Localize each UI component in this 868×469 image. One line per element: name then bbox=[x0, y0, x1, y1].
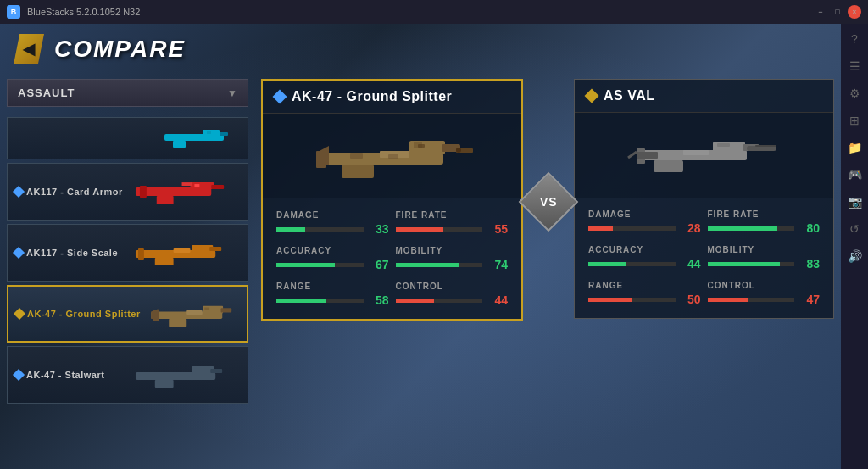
back-button[interactable]: ◀ bbox=[14, 34, 44, 64]
window-controls[interactable]: − □ × bbox=[814, 5, 861, 19]
svg-marker-37 bbox=[316, 146, 329, 165]
stat-value: 47 bbox=[799, 293, 820, 306]
stat-value: 44 bbox=[487, 293, 508, 307]
stat-bar-fill bbox=[396, 263, 460, 267]
list-item-selected[interactable]: AK-47 - Ground Splitter bbox=[7, 285, 248, 343]
vs-container: VS bbox=[523, 181, 574, 223]
stat-bar-bg bbox=[708, 226, 795, 231]
left-card-image bbox=[263, 114, 521, 198]
stat-label: RANGE bbox=[588, 281, 701, 290]
camera-icon[interactable]: 📷 bbox=[846, 193, 863, 210]
stat-bar-fill bbox=[396, 227, 443, 232]
right-card-header: AS VAL bbox=[575, 80, 833, 113]
stat-firerate: FIRE RATE 80 bbox=[704, 204, 824, 240]
stat-value: 83 bbox=[799, 257, 820, 271]
weapon-image bbox=[147, 291, 240, 338]
stat-damage: DAMAGE 28 bbox=[585, 204, 704, 240]
list-item[interactable]: AK-47 - Stalwart bbox=[7, 346, 248, 404]
stat-label: MOBILITY bbox=[708, 245, 821, 254]
maximize-icon[interactable]: □ bbox=[831, 5, 844, 19]
weapon-image bbox=[131, 352, 241, 399]
list-item[interactable] bbox=[7, 117, 248, 159]
right-card-title: AS VAL bbox=[604, 88, 654, 103]
weapon-list-panel: ASSAULT ▼ bbox=[7, 79, 248, 462]
svg-rect-49 bbox=[755, 145, 776, 147]
svg-rect-29 bbox=[155, 380, 174, 388]
right-stats-grid: DAMAGE 28 FIRE RATE 80 bbox=[575, 198, 833, 318]
stat-label: DAMAGE bbox=[276, 210, 389, 220]
close-icon[interactable]: × bbox=[848, 5, 861, 19]
svg-rect-10 bbox=[194, 184, 199, 187]
menu-icon[interactable]: ☰ bbox=[846, 58, 863, 75]
svg-line-51 bbox=[628, 152, 637, 158]
stat-value: 67 bbox=[369, 258, 389, 271]
weapon-diamond-icon bbox=[14, 308, 25, 320]
category-dropdown[interactable]: ASSAULT ▼ bbox=[7, 79, 248, 107]
stat-mobility: MOBILITY 74 bbox=[392, 241, 512, 276]
stat-bar-fill bbox=[588, 226, 613, 231]
weapon-diamond-icon bbox=[13, 186, 25, 198]
stat-value: 58 bbox=[369, 293, 389, 307]
left-stats-grid: DAMAGE 33 FIRE RATE 55 bbox=[263, 198, 521, 319]
svg-rect-50 bbox=[637, 152, 658, 159]
stat-label: DAMAGE bbox=[588, 209, 701, 219]
weapon-diamond-icon bbox=[13, 369, 25, 381]
bluestacks-bar: B BlueStacks 5.2.0.1052 N32 − □ × bbox=[0, 0, 868, 24]
svg-rect-21 bbox=[169, 318, 186, 326]
right-weapon-image bbox=[624, 120, 785, 192]
svg-marker-25 bbox=[151, 309, 158, 319]
grid-icon[interactable]: ⊞ bbox=[846, 112, 863, 129]
vs-label: VS bbox=[540, 195, 558, 209]
list-item[interactable]: AK117 - Card Armor bbox=[7, 163, 248, 221]
svg-rect-28 bbox=[210, 369, 222, 373]
stat-label: FIRE RATE bbox=[396, 210, 509, 220]
svg-rect-4 bbox=[207, 131, 211, 134]
weapon-thumbnail bbox=[156, 121, 241, 155]
svg-rect-16 bbox=[138, 248, 144, 260]
stat-damage: DAMAGE 33 bbox=[273, 205, 392, 241]
stat-label: MOBILITY bbox=[396, 246, 509, 255]
stat-bar-bg bbox=[396, 227, 483, 232]
gamepad-icon[interactable]: 🎮 bbox=[846, 166, 863, 183]
stat-bar-bg bbox=[276, 299, 364, 303]
svg-rect-40 bbox=[418, 144, 425, 148]
stat-accuracy: ACCURACY 67 bbox=[273, 241, 392, 276]
stat-value: 28 bbox=[681, 221, 701, 235]
left-weapon-card: AK-47 - Ground Splitter bbox=[261, 79, 523, 321]
bluestacks-title: BlueStacks 5.2.0.1052 N32 bbox=[27, 7, 140, 17]
stat-bar-fill bbox=[276, 227, 305, 232]
stat-control: CONTROL 44 bbox=[392, 276, 512, 312]
folder-icon[interactable]: 📁 bbox=[846, 139, 863, 156]
stat-bar-fill bbox=[588, 298, 632, 302]
category-label: ASSAULT bbox=[18, 87, 75, 99]
svg-rect-46 bbox=[654, 160, 683, 172]
help-icon[interactable]: ? bbox=[846, 31, 863, 47]
weapon-thumbnail bbox=[131, 232, 241, 274]
right-sidebar: ? ☰ ⚙ ⊞ 📁 🎮 📷 ↺ 🔊 bbox=[841, 24, 868, 469]
stat-bar-fill bbox=[708, 226, 777, 231]
right-weapon-card: AS VAL bbox=[574, 79, 834, 319]
weapon-thumbnail bbox=[131, 170, 241, 213]
stat-label: CONTROL bbox=[708, 281, 821, 290]
stat-range: RANGE 58 bbox=[273, 276, 392, 312]
stat-bar-fill bbox=[708, 262, 780, 266]
weapon-name: AK117 - Card Armor bbox=[26, 187, 123, 197]
minimize-icon[interactable]: − bbox=[814, 5, 827, 19]
vs-badge: VS bbox=[519, 172, 579, 232]
weapon-name: AK-47 - Stalwart bbox=[26, 370, 104, 380]
stat-label: RANGE bbox=[276, 282, 389, 291]
svg-rect-2 bbox=[220, 132, 228, 136]
stat-bar-fill bbox=[396, 299, 434, 303]
stat-mobility: MOBILITY 83 bbox=[704, 240, 824, 276]
stat-control: CONTROL 47 bbox=[704, 276, 824, 311]
volume-icon[interactable]: 🔊 bbox=[846, 248, 863, 265]
stat-value: 44 bbox=[681, 257, 701, 271]
svg-point-42 bbox=[456, 148, 461, 153]
svg-rect-14 bbox=[209, 247, 221, 251]
weapon-thumbnail bbox=[131, 354, 241, 396]
refresh-icon[interactable]: ↺ bbox=[846, 221, 863, 237]
stat-range: RANGE 50 bbox=[585, 276, 704, 311]
list-item[interactable]: AK117 - Side Scale bbox=[7, 224, 248, 282]
svg-rect-9 bbox=[140, 186, 147, 198]
settings-gear-icon[interactable]: ⚙ bbox=[846, 85, 863, 102]
